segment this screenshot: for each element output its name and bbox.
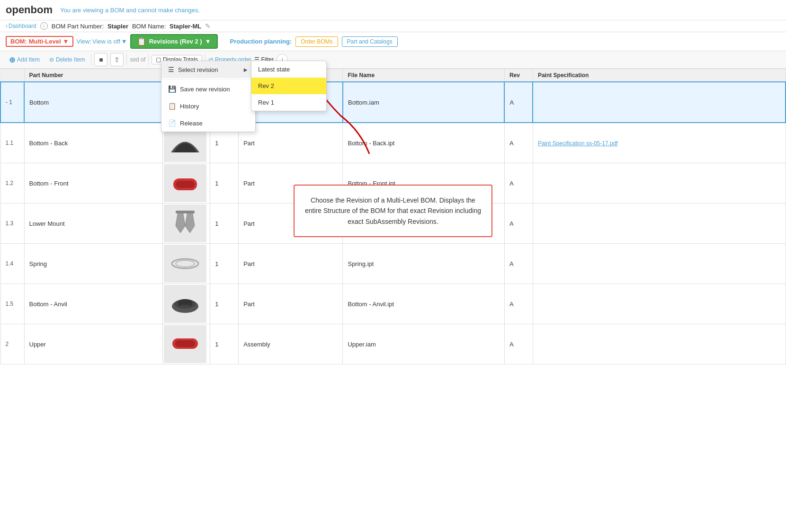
row-paint-spec	[533, 82, 786, 123]
up-arrow-icon-button[interactable]: ⇧	[110, 53, 124, 66]
bom-name-label: BOM Name: Stapler-ML	[132, 23, 201, 30]
revisions-icon: 📋	[137, 37, 146, 46]
dropdown-item-select-revision[interactable]: ☰ Select revision ►	[161, 61, 255, 78]
row-thumbnail	[163, 244, 210, 284]
row-level: 1.2	[0, 163, 24, 204]
table-row[interactable]: 1.1 Bottom - Back 1 Part Bottom - Back.i…	[0, 123, 786, 163]
row-part-number: Bottom	[24, 82, 163, 123]
row-level: 1.4	[0, 244, 24, 284]
row-thumbnail	[163, 204, 210, 244]
table-row[interactable]: - 1 Bottom Assembly Bottom.iam A	[0, 82, 786, 123]
anvil-thumbnail-svg	[169, 290, 202, 318]
submenu-item-rev2[interactable]: Rev 2	[251, 78, 326, 94]
dropdown-divider	[161, 79, 255, 80]
production-planning-section: Production planning: Order BOMs Part and…	[230, 36, 398, 47]
row-filename: Bottom.iam	[343, 82, 504, 123]
col-header-level	[0, 69, 24, 82]
row-part-number: Lower Mount	[24, 204, 163, 244]
col-header-paint-spec: Paint Specification	[533, 69, 786, 82]
mount-thumbnail-svg	[169, 207, 202, 240]
dropdown-item-release[interactable]: 📄 Release	[161, 115, 255, 132]
row-paint-spec	[533, 284, 786, 324]
controls-bar: BOM: Multi-Level ▼ View: View is off ▼ 📋…	[0, 32, 786, 51]
history-icon: 📋	[168, 102, 176, 110]
row-type: Part	[239, 284, 343, 324]
row-rev: A	[504, 284, 533, 324]
view-control[interactable]: View: View is off ▼	[76, 38, 127, 45]
bom-name-value: Stapler-ML	[170, 23, 201, 30]
edit-icon[interactable]: ✎	[205, 22, 211, 30]
dashboard-link[interactable]: ‹ Dashboard	[6, 23, 36, 29]
order-boms-button[interactable]: Order BOMs	[295, 36, 338, 47]
front-thumbnail-svg	[169, 169, 202, 197]
svg-rect-4	[176, 211, 195, 213]
view-value: View is off	[92, 38, 120, 45]
row-part-number: Upper	[24, 324, 163, 364]
revisions-label: Revisions (Rev 2 )	[149, 38, 202, 45]
submenu-item-latest[interactable]: Latest state	[251, 61, 326, 78]
row-paint-spec	[533, 244, 786, 284]
bom-badge-label: BOM:	[10, 38, 27, 45]
grid-icon-button[interactable]: ■	[94, 53, 107, 66]
revisions-dropdown: ☰ Select revision ► 💾 Save new revision …	[161, 61, 256, 132]
row-thumbnail	[163, 163, 210, 204]
row-type: Assembly	[239, 324, 343, 364]
row-rev: A	[504, 204, 533, 244]
row-level: 1.3	[0, 204, 24, 244]
bom-part-number-value: Stapler	[107, 23, 128, 30]
spring-thumbnail-svg	[169, 249, 202, 278]
paged-label: sed of	[130, 56, 145, 63]
submenu-arrow-icon: ►	[242, 66, 249, 73]
back-thumbnail-svg	[169, 129, 202, 157]
row-thumbnail	[163, 284, 210, 324]
notice-text: You are viewing a BOM and cannot make ch…	[60, 7, 200, 14]
chevron-left-icon: ‹	[6, 23, 8, 29]
submenu-item-rev1[interactable]: Rev 1	[251, 94, 326, 111]
row-rev: A	[504, 244, 533, 284]
bom-badge-value: Multi-Level	[29, 38, 61, 45]
row-part-number: Bottom - Front	[24, 163, 163, 204]
table-row[interactable]: 1.4 Spring 1 Part Spring.ipt A	[0, 244, 786, 284]
col-header-filename: File Name	[343, 69, 504, 82]
row-qty: 1	[210, 163, 239, 204]
part-catalogs-button[interactable]: Part and Catalogs	[342, 36, 398, 47]
delete-item-button[interactable]: ⊖ Delete Item	[46, 55, 88, 64]
svg-point-6	[176, 260, 195, 267]
production-label: Production planning:	[230, 38, 292, 45]
upper-thumbnail-svg	[169, 330, 202, 358]
top-bar: openbom You are viewing a BOM and cannot…	[0, 0, 786, 20]
table-row[interactable]: 1.5 Bottom - Anvil 1 Part Bottom - Anvil…	[0, 284, 786, 324]
row-rev: A	[504, 82, 533, 123]
row-level: 1.1	[0, 123, 24, 163]
bom-part-number-label: BOM Part Number: Stapler	[52, 23, 128, 30]
info-icon[interactable]: i	[40, 22, 48, 30]
minus-icon: ⊖	[49, 56, 54, 63]
row-qty: 1	[210, 284, 239, 324]
table-row[interactable]: 2 Upper 1 Assembly Upper.iam A	[0, 324, 786, 364]
svg-rect-3	[176, 181, 195, 188]
row-qty: 1	[210, 324, 239, 364]
pdf-link[interactable]: Paint Specification ss-05-17.pdf	[538, 140, 618, 147]
bom-dropdown-icon[interactable]: ▼	[63, 38, 69, 45]
revisions-button[interactable]: 📋 Revisions (Rev 2 ) ▼	[130, 34, 218, 49]
dropdown-item-history[interactable]: 📋 History	[161, 98, 255, 115]
callout-text: Choose the Revision of a Multi-Level BOM…	[305, 196, 481, 225]
row-level: 2	[0, 324, 24, 364]
list-icon: ☰	[168, 66, 174, 73]
row-part-number: Spring	[24, 244, 163, 284]
row-filename: Spring.ipt	[343, 244, 504, 284]
row-rev: A	[504, 163, 533, 204]
row-paint-spec	[533, 204, 786, 244]
row-paint-spec: Paint Specification ss-05-17.pdf	[533, 123, 786, 163]
release-icon: 📄	[168, 119, 176, 127]
plus-icon: ⊕	[9, 55, 15, 64]
revision-submenu: Latest state Rev 2 Rev 1	[251, 61, 327, 111]
row-level: 1.5	[0, 284, 24, 324]
bom-badge-container: BOM: Multi-Level ▼	[6, 36, 73, 47]
view-dropdown-icon: ▼	[121, 38, 127, 45]
revisions-dropdown-icon: ▼	[205, 38, 211, 45]
second-bar: ‹ Dashboard i BOM Part Number: Stapler B…	[0, 20, 786, 32]
dropdown-item-save-revision[interactable]: 💾 Save new revision	[161, 80, 255, 98]
toolbar: ⊕ Add Item ⊖ Delete Item ■ ⇧ sed of ▢ Di…	[0, 51, 786, 69]
add-item-button[interactable]: ⊕ Add Item	[6, 54, 43, 66]
